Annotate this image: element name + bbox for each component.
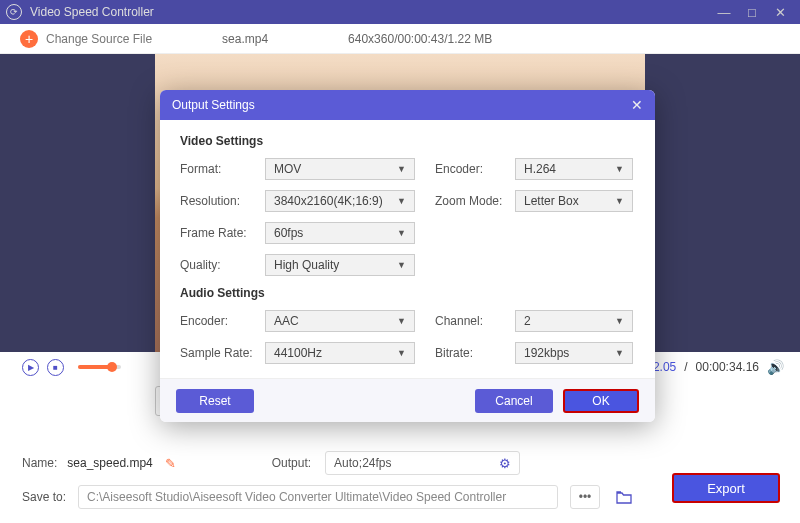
chevron-down-icon: ▼ xyxy=(397,228,406,238)
reset-label: Reset xyxy=(199,394,230,408)
output-settings-dialog: Output Settings ✕ Video Settings Format:… xyxy=(160,90,655,422)
format-value: MOV xyxy=(274,162,301,176)
quality-label: Quality: xyxy=(180,258,265,272)
cancel-label: Cancel xyxy=(495,394,532,408)
audio-encoder-value: AAC xyxy=(274,314,299,328)
audio-encoder-select[interactable]: AAC▼ xyxy=(265,310,415,332)
chevron-down-icon: ▼ xyxy=(615,164,624,174)
samplerate-select[interactable]: 44100Hz▼ xyxy=(265,342,415,364)
zoom-label: Zoom Mode: xyxy=(435,194,515,208)
framerate-value: 60fps xyxy=(274,226,303,240)
chevron-down-icon: ▼ xyxy=(397,196,406,206)
audio-settings-heading: Audio Settings xyxy=(180,286,635,300)
ok-label: OK xyxy=(592,394,609,408)
video-settings-heading: Video Settings xyxy=(180,134,635,148)
resolution-label: Resolution: xyxy=(180,194,265,208)
dialog-footer: Reset Cancel OK xyxy=(160,378,655,422)
chevron-down-icon: ▼ xyxy=(397,260,406,270)
bitrate-select[interactable]: 192kbps▼ xyxy=(515,342,633,364)
dialog-title: Output Settings xyxy=(172,98,255,112)
channel-value: 2 xyxy=(524,314,531,328)
samplerate-value: 44100Hz xyxy=(274,346,322,360)
channel-select[interactable]: 2▼ xyxy=(515,310,633,332)
zoom-mode-select[interactable]: Letter Box▼ xyxy=(515,190,633,212)
bitrate-value: 192kbps xyxy=(524,346,569,360)
video-encoder-select[interactable]: H.264▼ xyxy=(515,158,633,180)
audio-encoder-label: Encoder: xyxy=(180,314,265,328)
channel-label: Channel: xyxy=(435,314,515,328)
chevron-down-icon: ▼ xyxy=(397,316,406,326)
resolution-select[interactable]: 3840x2160(4K;16:9)▼ xyxy=(265,190,415,212)
framerate-select[interactable]: 60fps▼ xyxy=(265,222,415,244)
dialog-titlebar: Output Settings ✕ xyxy=(160,90,655,120)
encoder-value: H.264 xyxy=(524,162,556,176)
format-label: Format: xyxy=(180,162,265,176)
quality-value: High Quality xyxy=(274,258,339,272)
dialog-close-icon[interactable]: ✕ xyxy=(631,97,643,113)
resolution-value: 3840x2160(4K;16:9) xyxy=(274,194,383,208)
dialog-body: Video Settings Format: MOV▼ Encoder: H.2… xyxy=(160,120,655,378)
chevron-down-icon: ▼ xyxy=(397,348,406,358)
chevron-down-icon: ▼ xyxy=(615,316,624,326)
quality-select[interactable]: High Quality▼ xyxy=(265,254,415,276)
cancel-button[interactable]: Cancel xyxy=(475,389,553,413)
zoom-value: Letter Box xyxy=(524,194,579,208)
chevron-down-icon: ▼ xyxy=(615,348,624,358)
reset-button[interactable]: Reset xyxy=(176,389,254,413)
samplerate-label: Sample Rate: xyxy=(180,346,265,360)
encoder-label: Encoder: xyxy=(435,162,515,176)
chevron-down-icon: ▼ xyxy=(615,196,624,206)
framerate-label: Frame Rate: xyxy=(180,226,265,240)
chevron-down-icon: ▼ xyxy=(397,164,406,174)
bitrate-label: Bitrate: xyxy=(435,346,515,360)
ok-button[interactable]: OK xyxy=(563,389,639,413)
format-select[interactable]: MOV▼ xyxy=(265,158,415,180)
